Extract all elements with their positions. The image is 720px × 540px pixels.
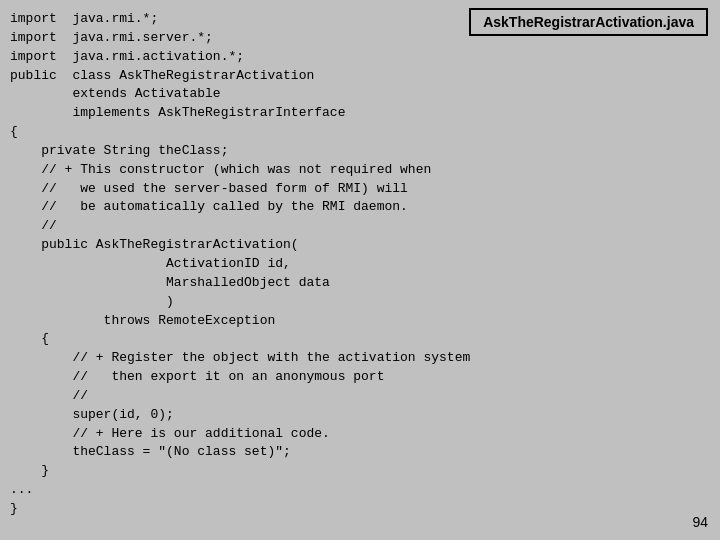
code-line: theClass = "(No class set)"; [10, 443, 710, 462]
code-line: import java.rmi.activation.*; [10, 48, 710, 67]
code-line: } [10, 500, 710, 519]
code-line: super(id, 0); [10, 406, 710, 425]
code-line: // + Here is our additional code. [10, 425, 710, 444]
main-container: AskTheRegistrarActivation.java import ja… [0, 0, 720, 540]
code-line: public class AskTheRegistrarActivation [10, 67, 710, 86]
code-line: ... [10, 481, 710, 500]
code-line: ActivationID id, [10, 255, 710, 274]
code-line: } [10, 462, 710, 481]
code-line: throws RemoteException [10, 312, 710, 331]
code-line: // be automatically called by the RMI da… [10, 198, 710, 217]
code-line: ) [10, 293, 710, 312]
code-line: { [10, 330, 710, 349]
code-line: { [10, 123, 710, 142]
code-line: // we used the server-based form of RMI)… [10, 180, 710, 199]
code-line: import java.rmi.*; [10, 10, 710, 29]
code-line: private String theClass; [10, 142, 710, 161]
code-line: import java.rmi.server.*; [10, 29, 710, 48]
code-line: public AskTheRegistrarActivation( [10, 236, 710, 255]
code-area: import java.rmi.*;import java.rmi.server… [0, 0, 720, 540]
code-line: // + Register the object with the activa… [10, 349, 710, 368]
code-line: // then export it on an anonymous port [10, 368, 710, 387]
page-number: 94 [692, 514, 708, 530]
code-line: extends Activatable [10, 85, 710, 104]
code-line: implements AskTheRegistrarInterface [10, 104, 710, 123]
code-line: // [10, 387, 710, 406]
code-line: // + This constructor (which was not req… [10, 161, 710, 180]
code-line: // [10, 217, 710, 236]
code-line: MarshalledObject data [10, 274, 710, 293]
